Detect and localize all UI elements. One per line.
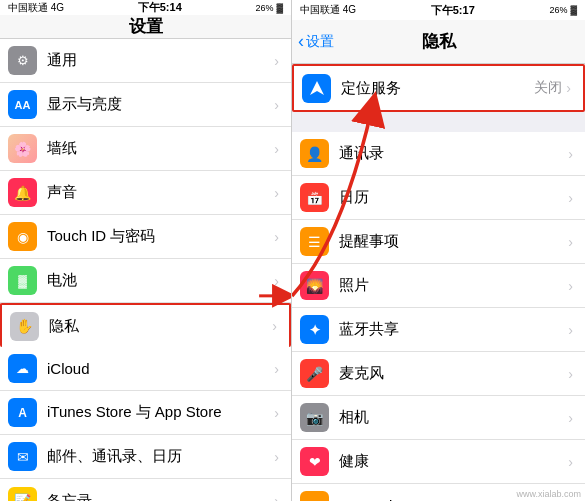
photos-chevron: › <box>568 278 573 294</box>
left-carrier: 中国联通 4G <box>8 1 64 15</box>
notes-label: 备忘录 <box>47 492 274 502</box>
row-sounds[interactable]: 🔔 声音 › <box>0 171 291 215</box>
privacy-chevron: › <box>272 318 277 334</box>
row-battery[interactable]: ▓ 电池 › <box>0 259 291 303</box>
left-nav-bar: 设置 <box>0 15 291 39</box>
bluetooth-icon: ✦ <box>300 315 329 344</box>
health-chevron: › <box>568 454 573 470</box>
calendar-label: 日历 <box>339 188 568 207</box>
itunes-label: iTunes Store 与 App Store <box>47 403 274 422</box>
reminders-chevron: › <box>568 234 573 250</box>
notes-chevron: › <box>274 493 279 501</box>
location-label: 定位服务 <box>341 79 534 98</box>
left-status-bar: 中国联通 4G 下午5:14 26% ▓ <box>0 0 291 15</box>
right-title: 隐私 <box>422 30 456 53</box>
display-icon: AA <box>8 90 37 119</box>
wallpaper-icon: 🌸 <box>8 134 37 163</box>
general-icon: ⚙ <box>8 46 37 75</box>
watermark: www.xialab.com <box>516 489 581 499</box>
row-mic[interactable]: 🎤 麦克风 › <box>292 352 585 396</box>
right-panel: 中国联通 4G 下午5:17 26% ▓ ‹ 设置 隐私 定位服务 关闭 <box>292 0 585 501</box>
bluetooth-label: 蓝牙共享 <box>339 320 568 339</box>
back-button[interactable]: ‹ 设置 <box>298 31 334 52</box>
calendar-chevron: › <box>568 190 573 206</box>
right-battery: 26% ▓ <box>549 5 577 15</box>
row-photos[interactable]: 🌄 照片 › <box>292 264 585 308</box>
icloud-label: iCloud <box>47 360 274 377</box>
display-label: 显示与亮度 <box>47 95 274 114</box>
row-contacts[interactable]: 👤 通讯录 › <box>292 132 585 176</box>
row-calendar[interactable]: 📅 日历 › <box>292 176 585 220</box>
row-general[interactable]: ⚙ 通用 › <box>0 39 291 83</box>
reminders-icon: ☰ <box>300 227 329 256</box>
row-camera[interactable]: 📷 相机 › <box>292 396 585 440</box>
right-group-1: 👤 通讯录 › 📅 日历 › ☰ 提醒事项 › 🌄 照片 › ✦ 蓝牙共享 <box>292 132 585 501</box>
row-itunes[interactable]: A iTunes Store 与 App Store › <box>0 391 291 435</box>
touchid-icon: ◉ <box>8 222 37 251</box>
notes-icon: 📝 <box>8 487 37 502</box>
right-nav-bar: ‹ 设置 隐私 <box>292 20 585 64</box>
right-divider-1 <box>292 112 585 132</box>
privacy-label: 隐私 <box>49 317 272 336</box>
calendar-icon: 📅 <box>300 183 329 212</box>
location-icon <box>302 74 331 103</box>
location-highlight: 定位服务 关闭 › <box>292 64 585 112</box>
touchid-label: Touch ID 与密码 <box>47 227 274 246</box>
row-privacy[interactable]: ✋ 隐私 › <box>0 303 291 347</box>
icloud-chevron: › <box>274 361 279 377</box>
camera-label: 相机 <box>339 408 568 427</box>
camera-chevron: › <box>568 410 573 426</box>
right-settings-list: 定位服务 关闭 › 👤 通讯录 › 📅 日历 › ☰ 提醒事项 › <box>292 64 585 501</box>
left-time: 下午5:14 <box>138 0 182 15</box>
health-icon: ❤ <box>300 447 329 476</box>
battery-label: 电池 <box>47 271 274 290</box>
camera-icon: 📷 <box>300 403 329 432</box>
wallpaper-label: 墙纸 <box>47 139 274 158</box>
display-chevron: › <box>274 97 279 113</box>
left-panel: 中国联通 4G 下午5:14 26% ▓ 设置 ⚙ 通用 › AA 显示与亮度 … <box>0 0 292 501</box>
row-wallpaper[interactable]: 🌸 墙纸 › <box>0 127 291 171</box>
left-title: 设置 <box>129 15 163 38</box>
bluetooth-chevron: › <box>568 322 573 338</box>
sounds-icon: 🔔 <box>8 178 37 207</box>
wallpaper-chevron: › <box>274 141 279 157</box>
row-display[interactable]: AA 显示与亮度 › <box>0 83 291 127</box>
right-status-bar: 中国联通 4G 下午5:17 26% ▓ <box>292 0 585 20</box>
touchid-chevron: › <box>274 229 279 245</box>
right-time: 下午5:17 <box>431 3 475 18</box>
row-health[interactable]: ❤ 健康 › <box>292 440 585 484</box>
back-label: 设置 <box>306 33 334 51</box>
contacts-label: 通讯录 <box>339 144 568 163</box>
row-notes[interactable]: 📝 备忘录 › <box>0 479 291 501</box>
mail-icon: ✉ <box>8 442 37 471</box>
row-reminders[interactable]: ☰ 提醒事项 › <box>292 220 585 264</box>
right-carrier: 中国联通 4G <box>300 3 356 17</box>
left-battery: 26% ▓ <box>255 3 283 13</box>
row-mail[interactable]: ✉ 邮件、通讯录、日历 › <box>0 435 291 479</box>
privacy-icon: ✋ <box>10 312 39 341</box>
general-label: 通用 <box>47 51 274 70</box>
mic-icon: 🎤 <box>300 359 329 388</box>
photos-label: 照片 <box>339 276 568 295</box>
sounds-chevron: › <box>274 185 279 201</box>
svg-marker-2 <box>310 81 324 95</box>
mail-label: 邮件、通讯录、日历 <box>47 447 274 466</box>
battery-icon: ▓ <box>8 266 37 295</box>
row-icloud[interactable]: ☁ iCloud › <box>0 347 291 391</box>
mic-chevron: › <box>568 366 573 382</box>
itunes-icon: A <box>8 398 37 427</box>
row-bluetooth[interactable]: ✦ 蓝牙共享 › <box>292 308 585 352</box>
mic-label: 麦克风 <box>339 364 568 383</box>
mail-chevron: › <box>274 449 279 465</box>
left-group-1: ⚙ 通用 › AA 显示与亮度 › 🌸 墙纸 › 🔔 声音 › ◉ Touch … <box>0 39 291 347</box>
back-chevron-icon: ‹ <box>298 31 304 52</box>
location-chevron: › <box>566 80 571 96</box>
photos-icon: 🌄 <box>300 271 329 300</box>
row-location[interactable]: 定位服务 关闭 › <box>294 66 583 110</box>
battery-chevron: › <box>274 273 279 289</box>
health-label: 健康 <box>339 452 568 471</box>
general-chevron: › <box>274 53 279 69</box>
left-group-2: ☁ iCloud › A iTunes Store 与 App Store › … <box>0 347 291 501</box>
row-touchid[interactable]: ◉ Touch ID 与密码 › <box>0 215 291 259</box>
contacts-chevron: › <box>568 146 573 162</box>
